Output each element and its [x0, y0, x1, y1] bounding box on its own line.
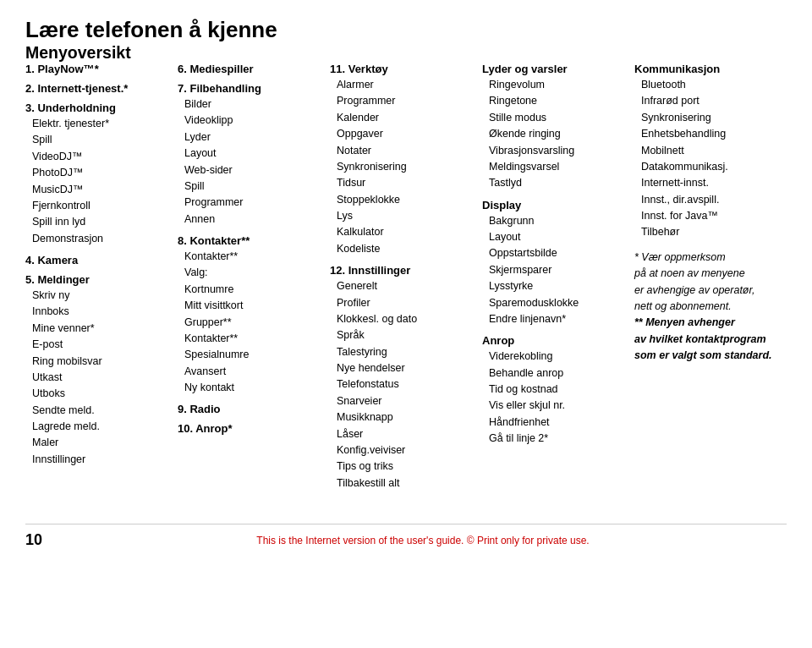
- section-list-anrop: Viderekobling Behandle anrop Tid og kost…: [482, 349, 626, 447]
- note-bold-3: som er valgt som standard.: [634, 349, 772, 361]
- section-list-innstillinger: Generelt Profiler Klokkesl. og dato Språ…: [330, 278, 474, 491]
- note-bold-2: av hvilket kontaktprogram: [634, 333, 766, 345]
- list-item: Tid og kostnad: [489, 382, 626, 398]
- list-item: Innst. for Java™: [641, 208, 778, 224]
- section-title-innstillinger: 12. Innstillinger: [330, 264, 474, 277]
- section-list-display: Bakgrunn Layout Oppstartsbilde Skjermspa…: [482, 213, 626, 328]
- section-anrop: 10. Anrop*: [178, 422, 321, 435]
- section-title-playnow: 1. PlayNow™*: [25, 63, 169, 75]
- list-item: Bilder: [184, 96, 321, 113]
- section-title-meldinger: 5. Meldinger: [25, 273, 169, 286]
- list-item: Vis eller skjul nr.: [489, 398, 626, 414]
- list-item: Lys: [337, 208, 474, 224]
- list-item: Snarveier: [337, 393, 474, 409]
- note-line-1: * Vær oppmerksom: [634, 251, 726, 263]
- note-line-3: er avhengige av operatør,: [634, 284, 754, 296]
- list-item: PhotoDJ™: [32, 165, 169, 181]
- list-item: Mobilnett: [641, 143, 778, 159]
- list-item: Internett-innst.: [641, 175, 778, 191]
- list-item: Annen: [184, 211, 321, 228]
- list-item: Spesialnumre: [184, 347, 321, 363]
- list-item: Telefonstatus: [337, 376, 474, 393]
- list-item: Layout: [489, 229, 626, 245]
- list-item: Kalkulator: [337, 224, 474, 240]
- list-item: Sendte meld.: [32, 403, 169, 419]
- list-item: Språk: [337, 327, 474, 343]
- list-item: Gå til linje 2*: [489, 431, 626, 447]
- page-title: Menyoversikt: [25, 43, 787, 63]
- section-title-mediespiller: 6. Mediespiller: [178, 63, 321, 75]
- list-item: Elektr. tjenester*: [32, 116, 169, 132]
- section-mediespiller: 6. Mediespiller: [178, 63, 321, 75]
- list-item: Ring mobilsvar: [32, 354, 169, 370]
- footer-legal: This is the Internet version of the user…: [59, 535, 787, 546]
- list-item: Layout: [184, 146, 321, 162]
- section-list-meldinger: Skriv ny Innboks Mine venner* E-post Rin…: [25, 288, 169, 468]
- section-anrop-list: Anrop Viderekobling Behandle anrop Tid o…: [482, 334, 626, 447]
- list-item: Utboks: [32, 386, 169, 402]
- list-item: Oppgaver: [337, 126, 474, 142]
- section-filbehandling: 7. Filbehandling Bilder Videoklipp Lyder…: [178, 82, 321, 228]
- list-item: Avansert: [184, 364, 321, 380]
- list-item: Mitt visittkort: [184, 298, 321, 314]
- list-item: Profiler: [337, 295, 474, 311]
- list-item: Kalender: [337, 110, 474, 126]
- list-item: MusicDJ™: [32, 182, 169, 198]
- list-item: Synkronisering: [641, 110, 778, 126]
- list-item: Notater: [337, 143, 474, 159]
- list-item: Demonstrasjon: [32, 231, 169, 247]
- list-item: Innstillinger: [32, 452, 169, 468]
- list-item: VideoDJ™: [32, 149, 169, 165]
- section-kamera: 4. Kamera: [25, 254, 169, 266]
- list-item: Vibrasjonsvarsling: [489, 143, 626, 159]
- section-title-lyder-varsler: Lyder og varsler: [482, 63, 626, 75]
- column-2: 6. Mediespiller 7. Filbehandling Bilder …: [178, 63, 330, 498]
- section-title-filbehandling: 7. Filbehandling: [178, 82, 321, 95]
- section-title-kamera: 4. Kamera: [25, 254, 169, 266]
- section-title-verktoy: 11. Verktøy: [330, 63, 474, 75]
- page-header: Lære telefonen å kjenne Menyoversikt: [25, 17, 787, 63]
- section-title-anrop: 10. Anrop*: [178, 422, 321, 435]
- list-item: Kontakter**: [184, 331, 321, 347]
- section-title-underholdning: 3. Underholdning: [25, 102, 169, 114]
- page-subtitle: Lære telefonen å kjenne: [25, 17, 787, 43]
- column-5: Kommunikasjon Bluetooth Infrarød port Sy…: [634, 63, 787, 498]
- section-title-radio: 9. Radio: [178, 403, 321, 415]
- list-item: Maler: [32, 435, 169, 451]
- section-title-display: Display: [482, 199, 626, 211]
- column-4: Lyder og varsler Ringevolum Ringetone St…: [482, 63, 634, 498]
- list-item: Fjernkontroll: [32, 198, 169, 214]
- list-item: Web-sider: [184, 162, 321, 178]
- section-playnow: 1. PlayNow™*: [25, 63, 169, 75]
- list-item: Mine venner*: [32, 321, 169, 337]
- note-line-4: nett og abonnement.: [634, 300, 732, 312]
- list-item: Lysstyrke: [489, 278, 626, 294]
- list-item: Tilbehør: [641, 224, 778, 240]
- section-list-verktoy: Alarmer Programmer Kalender Oppgaver Not…: [330, 77, 474, 257]
- section-radio: 9. Radio: [178, 403, 321, 415]
- list-item: Låser: [337, 426, 474, 442]
- list-item: Infrarød port: [641, 93, 778, 109]
- list-item: Ny kontakt: [184, 380, 321, 396]
- section-kommunikasjon: Kommunikasjon Bluetooth Infrarød port Sy…: [634, 63, 778, 241]
- column-3: 11. Verktøy Alarmer Programmer Kalender …: [330, 63, 482, 498]
- list-item: Kontakter**: [184, 249, 321, 265]
- note-box: * Vær oppmerksom på at noen av menyene e…: [634, 250, 778, 365]
- list-item: Skriv ny: [32, 288, 169, 304]
- list-item: Sparemodusklokke: [489, 295, 626, 311]
- section-list-kommunikasjon: Bluetooth Infrarød port Synkronisering E…: [634, 77, 778, 241]
- list-item: Enhetsbehandling: [641, 126, 778, 142]
- section-list-lyder-varsler: Ringevolum Ringetone Stille modus Økende…: [482, 77, 626, 192]
- list-item: Ringetone: [489, 93, 626, 109]
- list-item: Generelt: [337, 278, 474, 294]
- list-item: Klokkesl. og dato: [337, 311, 474, 327]
- list-item: Spill: [184, 178, 321, 195]
- list-item: E-post: [32, 337, 169, 353]
- list-item: Bakgrunn: [489, 213, 626, 229]
- list-item: Tilbakestill alt: [337, 475, 474, 491]
- list-item: Stille modus: [489, 110, 626, 126]
- page-number: 10: [25, 531, 59, 549]
- section-title-internett: 2. Internett-tjenest.*: [25, 82, 169, 95]
- list-item: Ringevolum: [489, 77, 626, 93]
- list-item: Utkast: [32, 370, 169, 386]
